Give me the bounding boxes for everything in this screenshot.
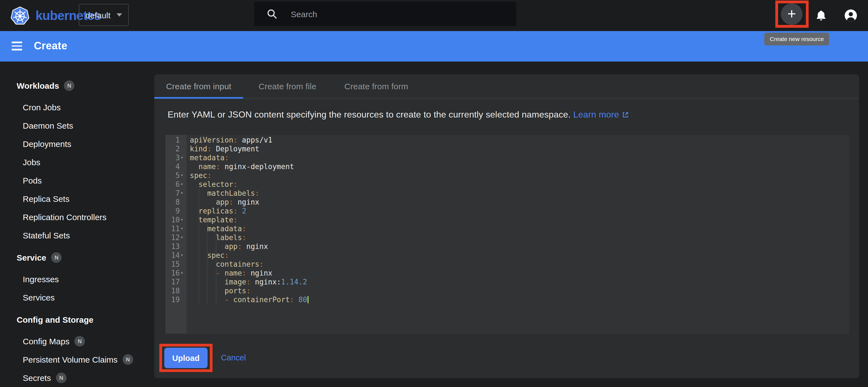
line-number: 4 (165, 163, 180, 171)
code-text: template: (190, 216, 238, 224)
editor-line-19[interactable]: 19 - containerPort: 80 (165, 295, 849, 305)
line-number: 7 (165, 189, 180, 198)
indent-guide (216, 234, 216, 305)
app-bar: Create (0, 31, 868, 62)
sidebar-item-jobs[interactable]: Jobs (23, 156, 40, 168)
sidebar-item-stateful-sets[interactable]: Stateful Sets (23, 229, 70, 241)
tab-create-from-form[interactable]: Create from form (332, 74, 421, 98)
editor-line-5[interactable]: 5▾spec: (165, 171, 849, 180)
annotation-box-create-button: + (775, 1, 809, 28)
search-bar[interactable] (254, 2, 516, 26)
cancel-button[interactable]: Cancel (221, 351, 246, 364)
namespace-value: default (86, 10, 111, 20)
annotation-box-upload-button: Upload (159, 344, 213, 372)
line-number: 5 (165, 171, 180, 180)
fold-arrow-icon[interactable]: ▾ (180, 153, 183, 162)
fold-arrow-icon[interactable]: ▾ (180, 251, 183, 259)
line-number: 18 (165, 287, 180, 295)
line-number: 14 (165, 251, 180, 260)
namespaced-badge: N (74, 336, 85, 346)
namespaced-badge: N (123, 354, 133, 364)
sidebar-section-config-and-storage[interactable]: Config and Storage (17, 313, 94, 325)
editor-line-13[interactable]: 13 app: nginx (165, 242, 849, 251)
editor-line-2[interactable]: 2kind: Deployment (165, 145, 849, 153)
sidebar-item-replication-controllers[interactable]: Replication Controllers (23, 211, 106, 223)
top-bar: kubernetes default + (0, 0, 868, 31)
tab-bar-divider (154, 98, 859, 99)
editor-description: Enter YAML or JSON content specifying th… (167, 110, 629, 121)
line-number: 2 (165, 145, 180, 153)
editor-line-7[interactable]: 7▾ matchLabels: (165, 189, 849, 198)
sidebar-section-workloads[interactable]: WorkloadsN (17, 79, 75, 92)
fold-arrow-icon[interactable]: ▾ (180, 224, 183, 233)
code-text: containers: (190, 260, 264, 269)
create-new-resource-button[interactable]: + (781, 3, 803, 25)
text-cursor (308, 296, 309, 303)
editor-line-17[interactable]: 17 image: nginx:1.14.2 (165, 278, 849, 287)
menu-icon[interactable] (12, 42, 22, 50)
code-text: - name: nginx (190, 269, 272, 278)
account-button[interactable] (842, 7, 859, 24)
editor-line-6[interactable]: 6▾ selector: (165, 180, 849, 189)
line-number: 6 (165, 180, 180, 189)
bell-icon (814, 9, 827, 22)
yaml-editor[interactable]: 1apiVersion: apps/v12kind: Deployment3▾m… (165, 135, 849, 334)
learn-more-link[interactable]: Learn more (573, 110, 629, 119)
sidebar-section-service[interactable]: ServiceN (17, 251, 62, 263)
line-number: 10 (165, 216, 180, 224)
plus-icon: + (787, 7, 796, 22)
sidebar-item-persistent-volume-claims[interactable]: Persistent Volume ClaimsN (23, 353, 133, 365)
upload-button[interactable]: Upload (164, 348, 208, 368)
editor-line-16[interactable]: 16▾ - name: nginx (165, 269, 849, 278)
page-title: Create (34, 40, 67, 52)
code-text: matchLabels: (190, 189, 259, 198)
fold-arrow-icon[interactable]: ▾ (180, 268, 183, 277)
sidebar-item-cron-jobs[interactable]: Cron Jobs (23, 101, 61, 113)
code-text: app: nginx (190, 242, 268, 251)
tab-create-from-file[interactable]: Create from file (243, 74, 332, 98)
namespaced-badge: N (56, 372, 67, 383)
notifications-button[interactable] (812, 7, 829, 24)
sidebar-item-config-maps[interactable]: Config MapsN (23, 335, 85, 347)
editor-line-12[interactable]: 12▾ labels: (165, 234, 849, 242)
sidebar-item-pods[interactable]: Pods (23, 174, 42, 186)
editor-line-4[interactable]: 4 name: nginx-deployment (165, 163, 849, 171)
editor-line-9[interactable]: 9 replicas: 2 (165, 207, 849, 216)
editor-line-15[interactable]: 15 containers: (165, 260, 849, 269)
create-card: Create from inputCreate from fileCreate … (154, 74, 859, 378)
sidebar-item-replica-sets[interactable]: Replica Sets (23, 192, 69, 205)
sidebar-item-ingresses[interactable]: Ingresses (23, 273, 59, 285)
editor-line-11[interactable]: 11▾ metadata: (165, 224, 849, 234)
editor-line-1[interactable]: 1apiVersion: apps/v1 (165, 136, 849, 145)
description-text: Enter YAML or JSON content specifying th… (167, 110, 571, 119)
namespace-selector[interactable]: default (79, 4, 129, 26)
search-input[interactable] (290, 9, 492, 19)
editor-line-18[interactable]: 18 ports: (165, 287, 849, 295)
line-number: 15 (165, 260, 180, 269)
editor-line-3[interactable]: 3▾metadata: (165, 153, 849, 163)
sidebar-item-services[interactable]: Services (23, 291, 55, 303)
active-tab-underline (154, 97, 243, 99)
kubernetes-dashboard: kubernetes default + (0, 0, 868, 387)
editor-line-10[interactable]: 10▾ template: (165, 216, 849, 224)
code-text: app: nginx (190, 198, 259, 207)
sidebar-item-secrets[interactable]: SecretsN (23, 372, 67, 384)
tooltip-create-new-resource: Create new resource (764, 33, 830, 45)
fold-arrow-icon[interactable]: ▾ (180, 180, 183, 188)
editor-line-14[interactable]: 14▾ spec: (165, 251, 849, 260)
chevron-down-icon (117, 13, 122, 16)
tab-create-from-input[interactable]: Create from input (154, 74, 243, 98)
line-number: 16 (165, 269, 180, 278)
fold-arrow-icon[interactable]: ▾ (180, 215, 183, 224)
sidebar-item-daemon-sets[interactable]: Daemon Sets (23, 119, 73, 131)
sidebar-item-deployments[interactable]: Deployments (23, 138, 71, 150)
editor-line-8[interactable]: 8 app: nginx (165, 198, 849, 207)
fold-arrow-icon[interactable]: ▾ (180, 171, 183, 180)
external-link-icon (621, 111, 629, 121)
line-number: 17 (165, 278, 180, 287)
kubernetes-logo-icon (10, 5, 30, 26)
fold-arrow-icon[interactable]: ▾ (180, 233, 183, 242)
line-number: 8 (165, 198, 180, 207)
namespaced-badge: N (64, 80, 75, 91)
fold-arrow-icon[interactable]: ▾ (180, 188, 183, 198)
